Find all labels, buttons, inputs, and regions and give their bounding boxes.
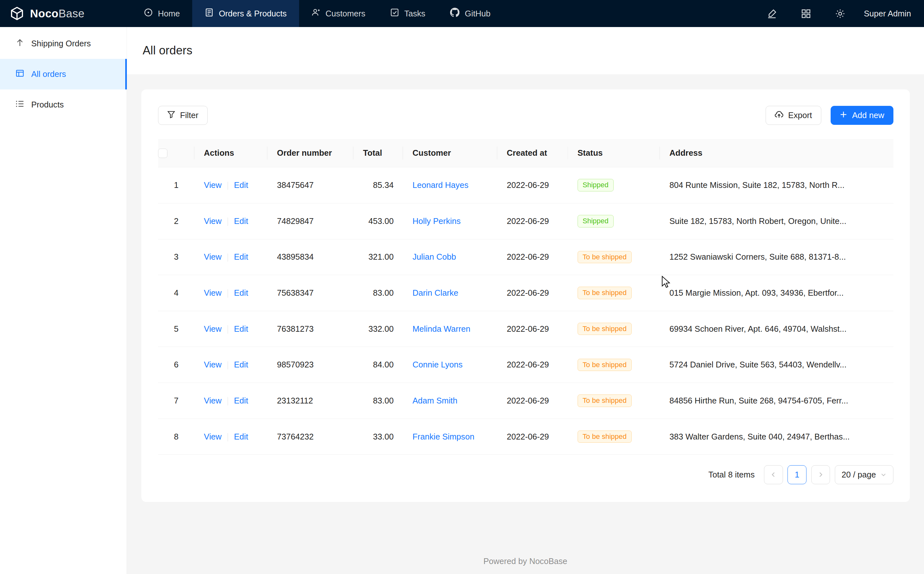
edit-link[interactable]: Edit	[234, 324, 248, 333]
table-header: Actions Order number Total Customer Crea…	[158, 139, 893, 167]
created-at-cell: 2022-06-29	[498, 239, 568, 275]
highlighter-icon[interactable]	[759, 0, 785, 27]
page-title: All orders	[143, 44, 193, 57]
customer-link[interactable]: Adam Smith	[412, 396, 457, 405]
nav-item-github[interactable]: GitHub	[438, 0, 503, 27]
table-body: 1 ViewEdit 38475647 85.34 Leonard Hayes …	[158, 167, 893, 455]
nav-item-tasks[interactable]: Tasks	[377, 0, 438, 27]
order-number-cell: 75638347	[267, 275, 354, 311]
row-index: 7	[158, 383, 194, 419]
sidebar-item-label: Shipping Orders	[31, 39, 91, 48]
edit-link[interactable]: Edit	[234, 360, 248, 369]
next-page-button[interactable]	[811, 465, 830, 484]
order-number-cell: 76381273	[267, 311, 354, 347]
total-cell: 33.00	[354, 419, 403, 455]
page-size-select[interactable]: 20 / page	[835, 465, 893, 484]
filter-button-label: Filter	[180, 111, 198, 120]
page-header: All orders	[127, 27, 924, 74]
edit-link[interactable]: Edit	[234, 432, 248, 441]
customer-link[interactable]: Melinda Warren	[412, 324, 471, 333]
address-cell: 1252 Swaniawski Corners, Suite 688, 8137…	[660, 239, 893, 275]
edit-link[interactable]: Edit	[234, 288, 248, 297]
edit-link[interactable]: Edit	[234, 180, 248, 189]
order-number-cell: 74829847	[267, 203, 354, 239]
edit-link[interactable]: Edit	[234, 396, 248, 405]
edit-link[interactable]: Edit	[234, 252, 248, 261]
action-divider	[227, 182, 228, 190]
view-link[interactable]: View	[204, 324, 221, 333]
status-cell: To be shipped	[568, 383, 660, 419]
export-button-label: Export	[788, 111, 812, 120]
customer-link[interactable]: Darin Clarke	[412, 288, 458, 297]
status-cell: To be shipped	[568, 347, 660, 383]
table-row: 1 ViewEdit 38475647 85.34 Leonard Hayes …	[158, 167, 893, 203]
github-icon	[450, 8, 460, 19]
table-row: 2 ViewEdit 74829847 453.00 Holly Perkins…	[158, 203, 893, 239]
customer-link[interactable]: Connie Lyons	[412, 360, 463, 369]
view-link[interactable]: View	[204, 180, 221, 189]
add-new-button[interactable]: Add new	[831, 106, 893, 125]
column-header-actions: Actions	[194, 139, 267, 167]
status-badge: To be shipped	[578, 323, 632, 335]
logo-icon	[9, 6, 25, 21]
list-icon	[16, 99, 24, 110]
column-header-created-at: Created at	[498, 139, 568, 167]
status-badge: Shipped	[578, 215, 614, 227]
total-cell: 83.00	[354, 275, 403, 311]
user-menu[interactable]: Super Admin	[864, 9, 911, 18]
export-button[interactable]: Export	[766, 106, 821, 125]
sidebar-item-shipping-orders[interactable]: Shipping Orders	[0, 28, 126, 59]
table-row: 8 ViewEdit 73764232 33.00 Frankie Simpso…	[158, 419, 893, 455]
page-number-button[interactable]: 1	[788, 465, 807, 484]
view-link[interactable]: View	[204, 432, 221, 441]
nav-item-orders-products[interactable]: Orders & Products	[192, 0, 299, 27]
customer-link[interactable]: Leonard Hayes	[412, 180, 468, 189]
main-content: Filter Export Add new	[127, 74, 924, 574]
gear-icon[interactable]	[828, 0, 853, 27]
sidebar-item-label: Products	[31, 100, 64, 109]
table-row: 3 ViewEdit 43895834 321.00 Julian Cobb 2…	[158, 239, 893, 275]
nav-item-label: Home	[158, 9, 180, 18]
row-index: 8	[158, 419, 194, 455]
nav-item-home[interactable]: Home	[131, 0, 192, 27]
created-at-cell: 2022-06-29	[498, 419, 568, 455]
view-link[interactable]: View	[204, 252, 221, 261]
customer-link[interactable]: Frankie Simpson	[412, 432, 474, 441]
blocks-icon[interactable]	[793, 0, 819, 27]
view-link[interactable]: View	[204, 288, 221, 297]
order-number-cell: 43895834	[267, 239, 354, 275]
toolbar-right: Export Add new	[766, 106, 893, 125]
previous-page-button[interactable]	[764, 465, 783, 484]
column-header-address: Address	[660, 139, 893, 167]
view-link[interactable]: View	[204, 216, 221, 226]
sidebar-item-all-orders[interactable]: All orders	[0, 59, 126, 90]
nav-item-customers[interactable]: Customers	[299, 0, 378, 27]
created-at-cell: 2022-06-29	[498, 203, 568, 239]
address-cell: 383 Walter Gardens, Suite 040, 24947, Be…	[660, 419, 893, 455]
customer-cell: Julian Cobb	[403, 239, 498, 275]
customer-link[interactable]: Julian Cobb	[412, 252, 456, 261]
add-new-button-label: Add new	[852, 111, 885, 120]
nocobase-logo[interactable]: NocoBase	[0, 6, 127, 21]
status-badge: To be shipped	[578, 287, 632, 299]
action-divider	[227, 361, 228, 370]
address-cell: 804 Runte Mission, Suite 182, 15783, Nor…	[660, 167, 893, 203]
status-badge: To be shipped	[578, 251, 632, 263]
arrow-up-icon	[16, 38, 24, 49]
status-cell: Shipped	[568, 167, 660, 203]
brand-text: NocoBase	[30, 7, 84, 20]
action-divider	[227, 254, 228, 262]
edit-link[interactable]: Edit	[234, 216, 248, 226]
sidebar-item-products[interactable]: Products	[0, 90, 126, 120]
customer-link[interactable]: Holly Perkins	[412, 216, 460, 226]
status-cell: To be shipped	[568, 311, 660, 347]
customer-cell: Darin Clarke	[403, 275, 498, 311]
view-link[interactable]: View	[204, 396, 221, 405]
select-all-checkbox[interactable]	[158, 149, 167, 158]
view-link[interactable]: View	[204, 360, 221, 369]
row-index: 4	[158, 275, 194, 311]
customer-cell: Leonard Hayes	[403, 167, 498, 203]
action-divider	[227, 218, 228, 226]
order-number-cell: 38475647	[267, 167, 354, 203]
filter-button[interactable]: Filter	[158, 106, 208, 125]
